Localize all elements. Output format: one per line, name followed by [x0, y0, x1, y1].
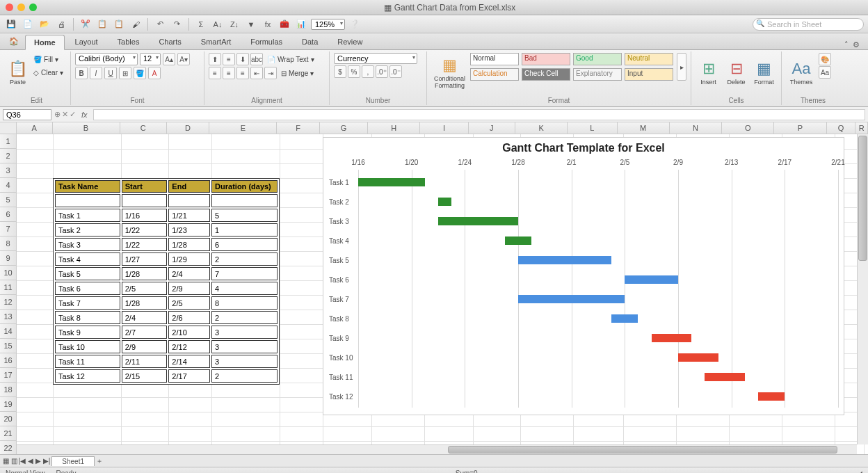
close-window-button[interactable] — [6, 3, 13, 11]
cancel-edit-icon[interactable]: ✕ — [62, 110, 68, 119]
spreadsheet-grid[interactable]: ABCDEFGHIJKLMNOPQR 123456789101112131415… — [0, 122, 868, 454]
ribbon-tab-tables[interactable]: Tables — [108, 34, 149, 49]
comma-icon[interactable]: , — [362, 65, 374, 78]
row-header-1[interactable]: 1 — [0, 134, 16, 149]
gantt-bar[interactable] — [438, 217, 518, 225]
print-icon[interactable]: 🖨 — [54, 17, 68, 31]
col-header-N[interactable]: N — [670, 122, 722, 134]
fx-icon[interactable]: fx — [261, 17, 275, 31]
ribbon-tab-smartart[interactable]: SmartArt — [192, 34, 240, 49]
col-header-I[interactable]: I — [420, 122, 468, 134]
theme-colors-icon[interactable]: 🎨 — [819, 53, 831, 65]
row-header-6[interactable]: 6 — [0, 207, 16, 222]
ribbon-tab-charts[interactable]: Charts — [150, 34, 190, 49]
paste-button[interactable]: 📋Paste — [7, 53, 29, 93]
col-header-D[interactable]: D — [167, 122, 209, 134]
row-header-9[interactable]: 9 — [0, 251, 16, 266]
col-header-E[interactable]: E — [209, 122, 277, 134]
ribbon-tab-layout[interactable]: Layout — [66, 34, 107, 49]
number-format-select[interactable]: Currency — [334, 53, 417, 64]
col-header-L[interactable]: L — [568, 122, 617, 134]
ribbon-tab-formulas[interactable]: Formulas — [241, 34, 291, 49]
autosum-icon[interactable]: Σ — [194, 17, 208, 31]
row-header-12[interactable]: 12 — [0, 295, 16, 310]
expand-refs-icon[interactable]: ⊕ — [54, 110, 61, 119]
sheet-tab[interactable]: Sheet1 — [51, 456, 95, 466]
cell-style-bad[interactable]: Bad — [522, 53, 570, 65]
toolbox-icon[interactable]: 🧰 — [278, 17, 291, 31]
open-icon[interactable]: 📂 — [38, 17, 51, 31]
row-header-13[interactable]: 13 — [0, 310, 16, 324]
align-right-icon[interactable]: ≡ — [236, 67, 249, 79]
col-header-F[interactable]: F — [277, 122, 319, 134]
gantt-bar[interactable] — [625, 275, 678, 284]
save-icon[interactable]: 💾 — [4, 17, 18, 31]
search-in-sheet[interactable]: Search in Sheet — [753, 18, 864, 31]
gantt-bar[interactable] — [358, 178, 425, 186]
align-middle-icon[interactable]: ≡ — [223, 53, 235, 65]
row-header-19[interactable]: 19 — [0, 397, 16, 412]
paste-icon[interactable]: 📋 — [112, 17, 126, 31]
col-header-K[interactable]: K — [515, 122, 568, 134]
column-headers[interactable]: ABCDEFGHIJKLMNOPQR — [17, 122, 868, 134]
filter-icon[interactable]: ▼ — [244, 17, 258, 31]
italic-button[interactable]: I — [90, 67, 102, 79]
row-header-17[interactable]: 17 — [0, 368, 16, 383]
ribbon-settings-icon[interactable]: ⚙ — [853, 40, 860, 49]
align-top-icon[interactable]: ⬆ — [209, 53, 221, 65]
theme-fonts-icon[interactable]: Aa — [819, 66, 831, 79]
conditional-formatting-button[interactable]: ▦Conditional Formatting — [431, 53, 468, 93]
row-header-21[interactable]: 21 — [0, 426, 16, 441]
chart-icon[interactable]: 📊 — [294, 17, 308, 31]
themes-button[interactable]: AaThemes — [786, 53, 817, 93]
confirm-edit-icon[interactable]: ✓ — [70, 110, 76, 119]
cell-style-input[interactable]: Input — [625, 68, 673, 81]
gantt-bar[interactable] — [652, 334, 692, 342]
views-icon[interactable]: ▦ ▥ — [3, 457, 17, 465]
col-header-G[interactable]: G — [320, 122, 368, 134]
delete-cells-button[interactable]: ⊟Delete — [723, 53, 749, 93]
wrap-text-button[interactable]: 📄 Wrap Text ▾ — [264, 53, 317, 65]
row-header-8[interactable]: 8 — [0, 236, 16, 251]
col-header-B[interactable]: B — [53, 122, 120, 134]
row-header-18[interactable]: 18 — [0, 383, 16, 397]
percent-icon[interactable]: % — [348, 65, 360, 78]
dec-dec-icon[interactable]: .0⁻ — [389, 65, 402, 78]
row-header-5[interactable]: 5 — [0, 193, 16, 207]
col-header-O[interactable]: O — [722, 122, 774, 134]
gantt-bar[interactable] — [678, 353, 718, 362]
gantt-bar[interactable] — [438, 198, 451, 206]
format-painter-icon[interactable]: 🖌 — [129, 17, 143, 31]
minimize-window-button[interactable] — [17, 3, 25, 11]
gantt-bar[interactable] — [518, 295, 625, 303]
gantt-chart[interactable]: Gantt Chart Template for Excel1/161/201/… — [323, 137, 844, 415]
increase-font-icon[interactable]: A▴ — [163, 53, 175, 65]
col-header-M[interactable]: M — [618, 122, 670, 134]
row-header-16[interactable]: 16 — [0, 353, 16, 368]
zoom-window-button[interactable] — [29, 3, 37, 11]
sort-az-icon[interactable]: A↓ — [211, 17, 225, 31]
horizontal-scrollbar[interactable] — [17, 444, 857, 454]
ribbon-tab-data[interactable]: Data — [293, 34, 327, 49]
dec-inc-icon[interactable]: .0⁺ — [376, 65, 388, 78]
row-header-20[interactable]: 20 — [0, 412, 16, 426]
task-table[interactable]: Task NameStartEndDuration (days)Task 11/… — [53, 178, 280, 385]
row-header-2[interactable]: 2 — [0, 149, 16, 163]
ribbon-tab-home[interactable]: Home — [25, 35, 65, 50]
decrease-font-icon[interactable]: A▾ — [177, 53, 190, 65]
font-size-select[interactable]: 12 — [140, 53, 161, 65]
cell-style-checkcell[interactable]: Check Cell — [522, 68, 570, 81]
cut-icon[interactable]: ✂️ — [79, 17, 93, 31]
underline-button[interactable]: U — [104, 67, 117, 79]
row-header-10[interactable]: 10 — [0, 266, 16, 280]
gantt-bar[interactable] — [505, 236, 531, 245]
cells-area[interactable]: Task NameStartEndDuration (days)Task 11/… — [17, 134, 868, 454]
cell-style-neutral[interactable]: Neutral — [625, 53, 673, 65]
formula-input[interactable] — [93, 109, 865, 120]
cell-style-explanatory[interactable]: Explanatory ... — [573, 68, 622, 81]
font-name-select[interactable]: Calibri (Body) — [75, 53, 138, 65]
gantt-bar[interactable] — [611, 314, 638, 323]
col-header-A[interactable]: A — [17, 122, 53, 134]
orientation-icon[interactable]: abc — [250, 53, 263, 65]
indent-dec-icon[interactable]: ⇤ — [250, 67, 263, 79]
